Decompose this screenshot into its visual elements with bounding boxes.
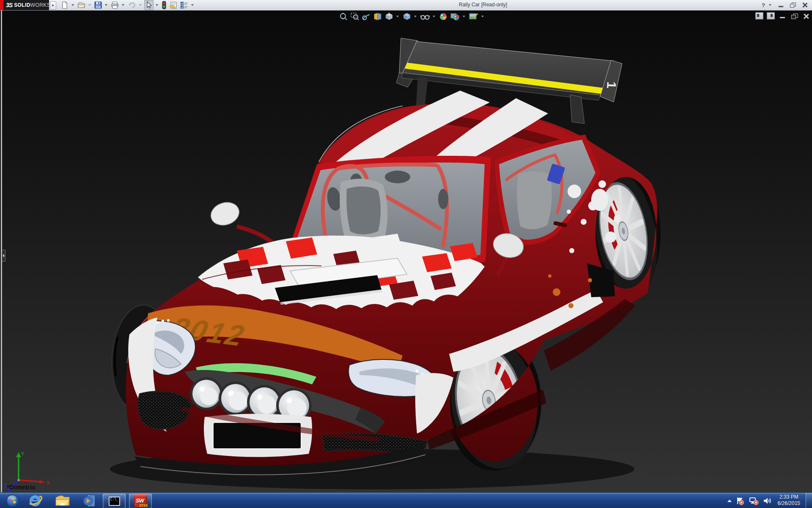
restore-button[interactable] — [788, 1, 798, 9]
internet-explorer-icon — [28, 494, 42, 508]
hide-show-items-dropdown[interactable] — [433, 16, 435, 17]
taskbar-command-prompt[interactable]: C:\_ — [103, 494, 126, 508]
zoom-to-fit-button[interactable] — [338, 12, 348, 21]
file-properties-button[interactable] — [168, 0, 178, 10]
hide-show-items-button[interactable] — [420, 12, 431, 21]
title-bar: 3S SOLIDWORKS ▸ — [0, 0, 812, 11]
previous-view-icon — [362, 12, 371, 21]
section-view-button[interactable] — [373, 12, 383, 21]
save-dropdown[interactable] — [105, 4, 107, 6]
file-properties-icon — [169, 1, 178, 9]
taskbar-solidworks-2015[interactable]: SW 2015 — [129, 494, 152, 508]
clock-time: 2:33 PM — [778, 494, 800, 500]
media-player-icon — [82, 494, 96, 508]
section-view-icon — [373, 12, 382, 21]
undo-button[interactable] — [127, 0, 137, 10]
rally-car-model[interactable]: 1 — [0, 10, 812, 492]
help-dropdown[interactable] — [769, 4, 771, 6]
system-tray — [727, 493, 772, 508]
new-dropdown[interactable] — [71, 4, 74, 6]
view-orientation-icon — [384, 12, 394, 21]
view-settings-button[interactable] — [468, 12, 479, 21]
save-button[interactable] — [93, 0, 103, 10]
view-orientation-button[interactable] — [384, 12, 394, 21]
close-button[interactable] — [800, 1, 809, 9]
brand-solid: SOLID — [14, 2, 30, 8]
taskbar-internet-explorer[interactable] — [26, 494, 44, 508]
undo-dropdown[interactable] — [139, 4, 142, 6]
start-button[interactable] — [5, 494, 20, 508]
display-style-dropdown[interactable] — [414, 16, 417, 17]
featuremanager-collapse-tab[interactable] — [2, 250, 5, 262]
document-close-button[interactable] — [802, 13, 810, 19]
folder-icon — [55, 494, 71, 507]
windows-start-icon — [6, 494, 19, 508]
minimize-button[interactable] — [776, 1, 786, 9]
zoom-to-area-icon — [350, 12, 359, 21]
zoom-to-area-button[interactable] — [350, 12, 360, 21]
new-button[interactable] — [60, 0, 69, 10]
logo-red-stripe — [0, 0, 3, 10]
new-document-icon — [61, 1, 69, 9]
printer-icon — [111, 1, 119, 9]
solidworks-2015-icon: SW 2015 — [134, 495, 147, 507]
menu-expand-button[interactable]: ▸ — [50, 1, 56, 10]
previous-view-button[interactable] — [361, 12, 371, 21]
taskbar-media-player[interactable] — [80, 494, 98, 508]
document-minimize-button[interactable] — [778, 13, 787, 19]
document-window-controls — [755, 12, 810, 19]
taskbar-clock[interactable]: 2:33 PM 6/26/2015 — [778, 494, 800, 507]
command-prompt-icon: C:\_ — [109, 497, 120, 506]
left-mirror[interactable] — [208, 199, 275, 245]
view-orientation-label: *Dimetric — [7, 483, 36, 491]
windows-taskbar: C:\_ SW 2015 — [0, 492, 812, 508]
logo-mark: 3S — [6, 2, 12, 8]
hide-show-items-icon — [420, 12, 430, 21]
traffic-light-icon — [162, 1, 167, 9]
view-settings-dropdown[interactable] — [481, 16, 484, 17]
edit-appearance-icon — [439, 12, 448, 21]
view-orientation-dropdown[interactable] — [396, 16, 399, 17]
show-desktop-button[interactable] — [806, 493, 812, 508]
view-settings-icon — [469, 12, 479, 21]
options-dropdown[interactable] — [191, 4, 194, 6]
apply-scene-icon — [450, 12, 460, 21]
standard-toolbar — [60, 0, 196, 10]
taskbar-windows-explorer[interactable] — [53, 494, 72, 508]
window-controls: ? — [762, 0, 809, 10]
print-dropdown[interactable] — [122, 4, 124, 6]
rebuild-button[interactable] — [161, 0, 167, 10]
print-button[interactable] — [110, 0, 120, 10]
edit-appearance-button[interactable] — [438, 12, 448, 21]
display-style-icon — [402, 12, 411, 21]
headsup-view-toolbar — [338, 12, 486, 21]
network-status-icon[interactable] — [749, 496, 759, 505]
volume-icon[interactable] — [763, 496, 772, 505]
apply-scene-dropdown[interactable] — [463, 16, 465, 17]
select-dropdown[interactable] — [156, 4, 158, 6]
action-center-flag-icon[interactable] — [735, 496, 745, 505]
clock-date: 6/26/2015 — [778, 500, 800, 507]
graphics-area[interactable]: 1 — [0, 10, 812, 492]
open-folder-icon — [77, 1, 85, 9]
wing-number: 1 — [604, 81, 619, 89]
save-floppy-icon — [94, 1, 102, 9]
triad-y-label: Y — [21, 451, 25, 456]
right-pane-toggle[interactable] — [767, 12, 775, 19]
zoom-to-fit-icon — [339, 12, 348, 21]
show-hidden-icons-button[interactable] — [727, 500, 732, 502]
undo-arrow-icon — [128, 1, 136, 9]
solidworks-window: 3S SOLIDWORKS ▸ — [0, 0, 812, 508]
select-button[interactable] — [144, 0, 154, 10]
apply-scene-button[interactable] — [450, 12, 461, 21]
help-button[interactable]: ? — [762, 2, 765, 8]
open-dropdown[interactable] — [88, 4, 91, 6]
options-checklist-icon — [180, 1, 188, 9]
left-pane-toggle[interactable] — [755, 12, 763, 19]
solidworks-logo: 3S SOLIDWORKS — [0, 0, 49, 10]
triad-x-label: X — [47, 480, 50, 485]
document-restore-button[interactable] — [790, 13, 798, 19]
display-style-button[interactable] — [402, 12, 412, 21]
options-button[interactable] — [179, 0, 189, 10]
open-button[interactable] — [77, 0, 86, 10]
